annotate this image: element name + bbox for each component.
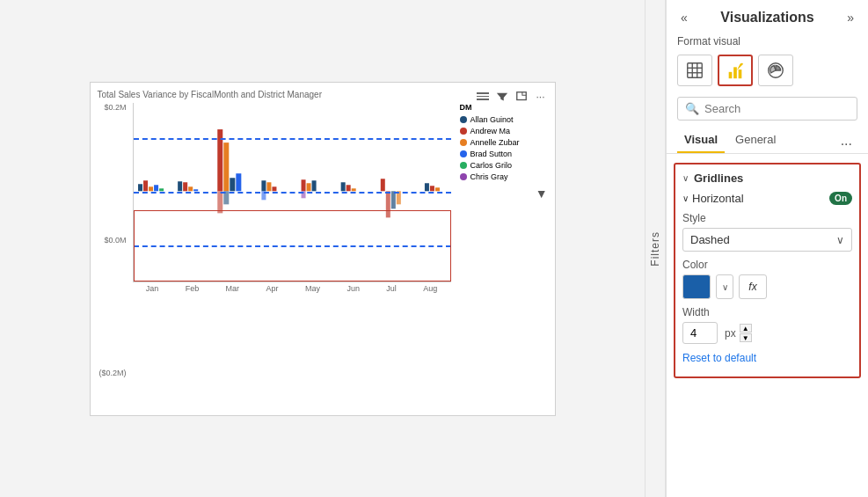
spinner-up[interactable]: ▲ bbox=[740, 324, 752, 333]
format-visual-label: Format visual bbox=[667, 32, 868, 51]
format-visual-button[interactable] bbox=[718, 55, 753, 86]
fx-button[interactable]: fx bbox=[739, 274, 767, 299]
svg-rect-3 bbox=[149, 186, 153, 191]
legend-dot-4 bbox=[460, 150, 467, 157]
search-box[interactable]: 🔍 bbox=[677, 97, 857, 121]
legend-label-4: Brad Sutton bbox=[470, 150, 513, 158]
subsection-title: ∨ Horizontal bbox=[682, 192, 744, 205]
yaxis-label-mid: $0.0M bbox=[99, 236, 127, 245]
width-label: Width bbox=[682, 306, 852, 318]
svg-rect-33 bbox=[434, 187, 439, 191]
format-analytics-button[interactable] bbox=[758, 55, 793, 86]
chart-toolbar: ··· bbox=[476, 90, 548, 104]
subsection-header: ∨ Horizontal On bbox=[682, 192, 852, 205]
color-label: Color bbox=[682, 259, 852, 271]
chart-inner: $0.2M $0.0M ($0.2M) bbox=[98, 103, 548, 395]
tab-more[interactable]: ... bbox=[835, 129, 857, 152]
svg-rect-26 bbox=[351, 188, 355, 191]
svg-rect-24 bbox=[340, 182, 345, 191]
color-chevron-button[interactable]: ∨ bbox=[716, 274, 733, 299]
legend-dot-3 bbox=[460, 139, 467, 146]
svg-rect-0 bbox=[516, 91, 526, 99]
horizontal-chevron[interactable]: ∨ bbox=[682, 194, 689, 203]
panel-header: « Visualizations » bbox=[667, 0, 868, 32]
svg-rect-39 bbox=[729, 72, 733, 78]
legend-label-1: Allan Guinot bbox=[470, 115, 514, 124]
color-row: ∨ fx bbox=[682, 274, 852, 299]
svg-rect-41 bbox=[739, 69, 742, 78]
svg-rect-9 bbox=[193, 189, 198, 191]
style-dropdown[interactable]: Dashed ∨ bbox=[682, 228, 852, 252]
chart-xaxis: Jan Feb Mar Apr May Jun Jul Aug bbox=[133, 284, 451, 293]
tab-visual[interactable]: Visual bbox=[677, 128, 725, 153]
svg-rect-22 bbox=[311, 180, 316, 191]
xaxis-feb: Feb bbox=[186, 284, 200, 293]
legend-dot-1 bbox=[460, 116, 467, 123]
xaxis-aug: Aug bbox=[423, 284, 437, 293]
search-input[interactable] bbox=[704, 102, 850, 115]
filters-tab[interactable]: Filters bbox=[645, 0, 666, 497]
dashed-line-top bbox=[134, 138, 451, 140]
xaxis-jan: Jan bbox=[146, 284, 159, 293]
reset-link[interactable]: Reset to default bbox=[682, 352, 756, 364]
gridlines-title: Gridlines bbox=[694, 172, 743, 185]
legend-dot-6 bbox=[460, 173, 467, 180]
svg-rect-12 bbox=[230, 178, 235, 191]
svg-rect-2 bbox=[143, 180, 148, 191]
collapse-right-arrow[interactable]: » bbox=[843, 9, 857, 26]
svg-rect-16 bbox=[261, 180, 266, 191]
svg-rect-5 bbox=[159, 188, 164, 191]
filters-label: Filters bbox=[649, 231, 661, 267]
svg-rect-14 bbox=[217, 191, 222, 213]
section-collapse-icon[interactable]: ∨ bbox=[682, 173, 689, 183]
right-panel: « Visualizations » Format visual bbox=[666, 0, 868, 497]
legend-item: Chris Gray bbox=[460, 172, 548, 181]
section-header: ∨ Gridlines bbox=[682, 172, 852, 185]
filter-icon[interactable] bbox=[495, 90, 509, 104]
legend-item: Andrew Ma bbox=[460, 127, 548, 135]
dashed-line-bottom bbox=[134, 245, 451, 247]
legend-dot-5 bbox=[460, 162, 467, 169]
legend-dot-2 bbox=[460, 128, 467, 135]
horizontal-toggle[interactable]: On bbox=[829, 192, 852, 205]
panel-title: Visualizations bbox=[720, 10, 813, 26]
legend-item: Annelle Zubar bbox=[460, 138, 548, 147]
width-input[interactable] bbox=[682, 322, 718, 344]
color-swatch[interactable] bbox=[682, 274, 711, 299]
svg-rect-18 bbox=[272, 186, 276, 191]
svg-rect-6 bbox=[178, 181, 182, 191]
width-row: px ▲ ▼ bbox=[682, 322, 852, 344]
collapse-left-arrow[interactable]: « bbox=[677, 9, 691, 26]
chart-legend: DM Allan Guinot Andrew Ma Annelle Zubar … bbox=[451, 103, 548, 395]
dashed-line-mid bbox=[134, 192, 451, 194]
expand-icon[interactable] bbox=[514, 90, 529, 104]
horizontal-subsection: ∨ Horizontal On Style Dashed ∨ Color ∨ f… bbox=[682, 192, 852, 364]
tabs-row: Visual General ... bbox=[667, 128, 868, 154]
svg-rect-13 bbox=[236, 173, 241, 191]
tab-general[interactable]: General bbox=[728, 128, 783, 153]
chart-menu-icon[interactable] bbox=[476, 90, 490, 104]
svg-rect-27 bbox=[380, 179, 384, 191]
format-grid-button[interactable] bbox=[677, 55, 712, 86]
svg-rect-31 bbox=[424, 183, 428, 191]
legend-scroll[interactable]: ▼ bbox=[460, 186, 548, 201]
dropdown-arrow-icon: ∨ bbox=[836, 234, 844, 246]
xaxis-mar: Mar bbox=[226, 284, 240, 293]
chart-yaxis: $0.2M $0.0M ($0.2M) bbox=[99, 103, 127, 377]
legend-label-3: Annelle Zubar bbox=[470, 138, 520, 147]
xaxis-jun: Jun bbox=[346, 284, 360, 293]
svg-rect-21 bbox=[306, 183, 310, 191]
xaxis-may: May bbox=[305, 284, 320, 293]
xaxis-apr: Apr bbox=[266, 284, 279, 293]
legend-label-5: Carlos Grilo bbox=[470, 161, 513, 170]
spinner-down[interactable]: ▼ bbox=[740, 333, 752, 342]
svg-rect-40 bbox=[733, 67, 737, 78]
chart-plot bbox=[133, 103, 451, 283]
svg-rect-32 bbox=[429, 186, 434, 191]
horizontal-label: Horizontal bbox=[692, 192, 744, 205]
chart-area: Total Sales Variance by FiscalMonth and … bbox=[0, 0, 645, 497]
style-label: Style bbox=[682, 212, 852, 224]
more-icon[interactable]: ··· bbox=[534, 90, 548, 104]
gridlines-section: ∨ Gridlines ∨ Horizontal On Style Dashed… bbox=[674, 163, 861, 378]
svg-rect-17 bbox=[266, 182, 271, 191]
